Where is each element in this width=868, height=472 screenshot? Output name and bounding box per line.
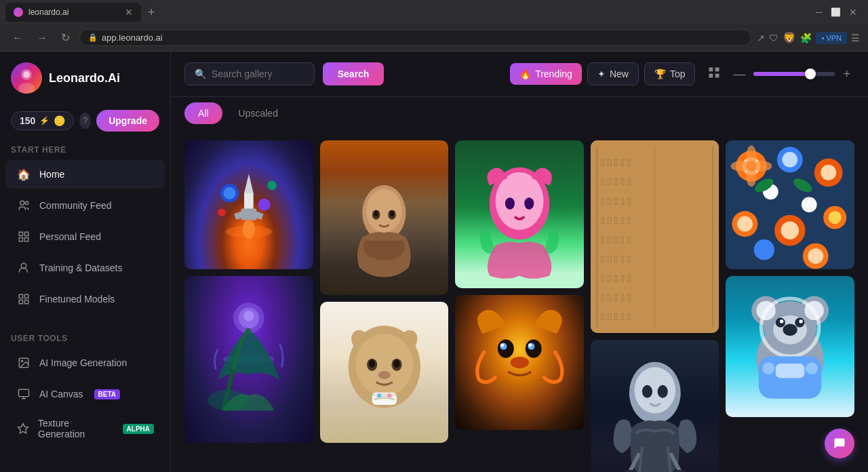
sidebar-item-ai-image[interactable]: AI Image Generation [5,349,165,377]
gallery-item[interactable]: ⌘ ✎ [726,276,854,418]
svg-point-61 [505,197,515,210]
cmd-button[interactable]: ⌘ [640,345,662,367]
credits-value: 150 [20,115,35,126]
svg-point-87 [642,385,652,398]
edit-button[interactable]: ✎ [666,345,688,367]
edit-button[interactable]: ✎ [260,146,282,168]
expand-button[interactable]: ⤢ [286,146,308,168]
gallery: ⌘ ✎ ⤢ [171,130,868,472]
gallery-item[interactable]: ⌘ ✎ [320,302,449,444]
finetuned-icon [16,292,31,307]
svg-rect-24 [715,73,719,77]
close-window-button[interactable]: ✕ [849,7,857,18]
gallery-item[interactable]: ⌘ ✎ ⤢ [591,340,719,472]
forward-button[interactable]: → [33,29,52,47]
tab-all[interactable]: All [184,102,222,124]
gallery-item[interactable]: 𓀀 𓁀 𓂀 𓃀 𓄀 𓅀 𓆀 𓇀 𓈀 𓉀 𓊀 𓋀 𓌀 𓍀 𓎀 𓏀 𓐀 𓑀 𓒀 𓓀 … [591,140,719,333]
edit-button[interactable]: ✎ [557,146,578,168]
sidebar-item-personal-feed[interactable]: Personal Feed [5,222,165,251]
maximize-button[interactable]: ⬜ [831,7,841,17]
home-icon: 🏠 [16,167,31,182]
expand-button[interactable]: ⤢ [692,146,713,168]
expand-button[interactable]: ⤢ [421,146,443,168]
cmd-button[interactable]: ⌘ [395,307,417,329]
trending-button[interactable]: 🔥 Trending [510,63,582,85]
expand-button[interactable]: ⤢ [286,281,308,303]
help-button[interactable]: ? [79,113,91,129]
gallery-item[interactable]: ⌘ ✎ ⤢ [184,140,313,269]
shield-icon[interactable]: 🛡 [769,33,778,43]
svg-rect-13 [19,300,22,304]
edit-button[interactable]: ✎ [395,146,417,168]
edit-button[interactable]: ✎ [827,146,849,168]
tabs-row: All Upscaled [171,97,868,130]
expand-button[interactable]: ⤢ [557,300,578,322]
active-tab[interactable]: leonardo.ai ✕ [5,3,141,22]
chat-container [0,448,170,464]
grid-view-button[interactable] [703,63,725,85]
cmd-button[interactable]: ⌘ [666,146,688,168]
sidebar-item-finetuned[interactable]: Finetuned Models [5,285,165,313]
back-button[interactable]: ← [8,29,27,47]
zoom-in-button[interactable]: + [839,64,854,84]
edit-button[interactable]: ✎ [421,307,443,329]
tab-upscaled[interactable]: Upscaled [225,102,292,124]
sidebar-item-training-label: Training & Datasets [39,262,122,273]
sidebar-header[interactable]: Leonardo.Ai [0,52,170,104]
zoom-out-button[interactable]: — [729,64,749,84]
cmd-button[interactable]: ⌘ [802,281,823,303]
svg-text:𓊀 𓋀 𓌀 𓍀 𓎀: 𓊀 𓋀 𓌀 𓍀 𓎀 [601,195,631,207]
app-wrapper: Leonardo.Ai 150 ⚡ 🪙 ? Upgrade Start Here… [0,52,868,472]
svg-rect-23 [709,73,713,77]
share-icon[interactable]: ↗ [757,33,765,43]
tab-close-button[interactable]: ✕ [125,7,133,18]
lock-icon: 🔒 [88,33,98,42]
new-button[interactable]: ✦ New [587,62,639,85]
sidebar-item-community-feed[interactable]: Community Feed [5,191,165,220]
cmd-button[interactable]: ⌘ [370,146,391,168]
upgrade-button[interactable]: Upgrade [96,110,159,132]
gallery-item[interactable]: ⌘ ✎ [726,140,854,269]
reload-button[interactable]: ↻ [57,28,74,47]
expand-button[interactable]: ⤢ [692,345,713,367]
cmd-button[interactable]: ⌘ [235,146,256,168]
menu-icon[interactable]: ☰ [851,33,860,43]
top-button[interactable]: 🏆 Top [644,62,696,85]
gallery-item[interactable]: ⌘ ✎ [455,140,584,288]
cmd-button[interactable]: ⌘ [531,146,553,168]
minimize-button[interactable]: ─ [816,7,823,18]
chat-button[interactable] [825,429,854,458]
cmd-button[interactable]: ⌘ [505,300,527,322]
search-bar[interactable]: 🔍 [184,62,315,85]
edit-button[interactable]: ✎ [827,281,849,303]
svg-rect-14 [25,300,28,304]
sidebar-item-home[interactable]: 🏠 Home [5,160,165,189]
new-tab-button[interactable]: + [141,1,162,24]
svg-rect-17 [19,389,29,397]
zoom-slider[interactable] [753,72,835,76]
edit-button[interactable]: ✎ [531,300,553,322]
sidebar-item-training[interactable]: Training & Datasets [5,254,165,282]
sidebar-item-texture[interactable]: Texture Generation ALPHA [5,411,165,446]
edit-button[interactable]: ✎ [260,281,282,303]
brave-icon[interactable]: 🦁 [783,31,796,44]
svg-point-53 [369,360,375,368]
svg-text:𓏀 𓐀 𓑀 𓒀 𓓀: 𓏀 𓐀 𓑀 𓒀 𓓀 [601,214,631,226]
credits-row: 150 ⚡ 🪙 ? Upgrade [0,104,170,137]
new-label: New [610,68,629,79]
sidebar-item-ai-canvas-label: AI Canvas [39,389,83,399]
svg-point-48 [390,210,394,216]
sidebar-item-ai-canvas[interactable]: AI Canvas BETA [5,380,165,408]
svg-rect-12 [25,294,28,298]
search-input[interactable] [212,68,304,79]
extensions-icon[interactable]: 🧩 [800,33,812,43]
address-bar[interactable]: 🔒 app.leonardo.ai [79,29,751,46]
cmd-button[interactable]: ⌘ [802,146,823,168]
svg-text:𓅀 𓆀 𓇀 𓈀 𓉀: 𓅀 𓆀 𓇀 𓈀 𓉀 [601,176,631,187]
gallery-item[interactable]: ⌘ ✎ ⤢ [320,140,449,295]
gallery-item[interactable]: ⌘ ✎ ⤢ [184,276,313,443]
gallery-item[interactable]: ⌘ ✎ ⤢ [455,295,584,430]
navigation-bar: ← → ↻ 🔒 app.leonardo.ai ↗ 🛡 🦁 🧩 • VPN ☰ [0,24,868,52]
cmd-button[interactable]: ⌘ [235,281,256,303]
search-button[interactable]: Search [323,62,384,85]
